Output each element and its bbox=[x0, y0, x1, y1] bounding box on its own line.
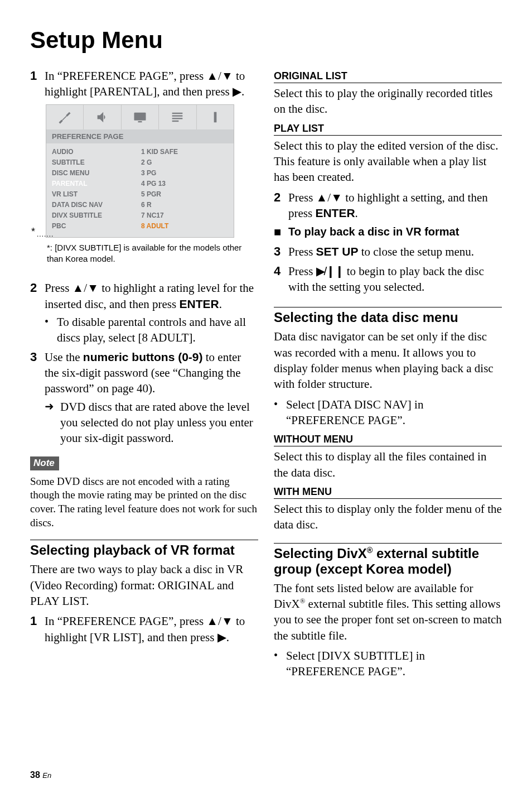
registered-icon: ® bbox=[300, 597, 306, 605]
right-column: ORIGINAL LIST Select this to play the or… bbox=[274, 65, 502, 682]
section-divider bbox=[274, 307, 502, 307]
step-number: 1 bbox=[30, 68, 45, 84]
osd-section-title: PREFERENCE PAGE bbox=[46, 129, 234, 143]
step-number: 3 bbox=[274, 244, 288, 260]
osd-row: AUDIO1 KID SAFE bbox=[46, 147, 234, 157]
step-text: Use the numeric buttons (0-9) to enter t… bbox=[45, 349, 258, 397]
play-pause-icon: ▶/❙❙ bbox=[316, 265, 344, 277]
paragraph: The font sets listed below are available… bbox=[274, 580, 502, 643]
wrench-icon bbox=[46, 105, 84, 129]
svg-rect-6 bbox=[214, 112, 216, 122]
bullet-item: • To disable parental controls and have … bbox=[45, 314, 258, 346]
step-text: Press ▶/❙❙ to begin to play back the dis… bbox=[288, 263, 502, 295]
osd-screenshot: * ....... PREFERENCE PAGE AUDIO1 KID SAF… bbox=[46, 104, 258, 238]
vr-step-1: 1 In “PREFERENCE PAGE”, press ▲/▼ to hig… bbox=[30, 613, 258, 645]
osd-row: SUBTITLE2 G bbox=[46, 157, 234, 168]
paragraph: Select this to display all the files con… bbox=[274, 449, 502, 480]
star-leader-dots: ....... bbox=[37, 230, 54, 238]
osd-row: VR LIST5 PGR bbox=[46, 189, 234, 200]
right-step-2: 2 Press ▲/▼ to highlight a setting, and … bbox=[274, 190, 502, 222]
square-bullet-text: To play back a disc in VR format bbox=[288, 224, 502, 239]
speaker-icon bbox=[84, 105, 121, 129]
osd-row: DIVX SUBTITLE7 NC17 bbox=[46, 210, 234, 221]
svg-rect-5 bbox=[172, 121, 179, 122]
display-icon bbox=[122, 105, 159, 129]
svg-rect-2 bbox=[172, 113, 183, 114]
star-icon: * bbox=[31, 226, 35, 238]
osd-row: DISC MENU3 PG bbox=[46, 168, 234, 179]
list-icon bbox=[159, 105, 196, 129]
svg-rect-4 bbox=[172, 118, 183, 119]
paragraph: Select this to play the edited version o… bbox=[274, 138, 502, 185]
step-number: 2 bbox=[30, 280, 45, 296]
paragraph: Select this to play the originally recor… bbox=[274, 85, 502, 117]
osd-body: AUDIO1 KID SAFE SUBTITLE2 G DISC MENU3 P… bbox=[46, 143, 234, 237]
section-divider bbox=[30, 540, 258, 540]
osd-tab-bar bbox=[46, 105, 234, 129]
osd-row-highlighted: PARENTAL4 PG 13 bbox=[46, 179, 234, 189]
svg-rect-3 bbox=[172, 115, 183, 116]
note-label: Note bbox=[30, 456, 59, 470]
left-column: 1 In “PREFERENCE PAGE”, press ▲/▼ to hig… bbox=[30, 65, 258, 682]
bullet-text: To disable parental controls and have al… bbox=[57, 314, 258, 346]
sub-heading-playlist: PLAY LIST bbox=[274, 123, 502, 136]
step-number: 1 bbox=[30, 613, 45, 629]
page-footer: 38 En bbox=[30, 770, 51, 780]
step-number: 2 bbox=[274, 190, 288, 206]
osd-footnote: *: [DIVX SUBTITLE] is available for the … bbox=[47, 242, 258, 265]
paragraph: There are two ways to play back a disc i… bbox=[30, 561, 258, 609]
step-text: Press ▲/▼ to highlight a rating level fo… bbox=[45, 280, 258, 312]
bar-icon bbox=[197, 105, 234, 129]
step-text: Press ▲/▼ to highlight a setting, and th… bbox=[288, 190, 502, 222]
result-item: ➜ DVD discs that are rated above the lev… bbox=[45, 399, 258, 446]
note-body: Some DVD discs are not encoded with a ra… bbox=[30, 475, 258, 530]
sub-heading-without-menu: WITHOUT MENU bbox=[274, 434, 502, 446]
bullet-text: Select [DATA DISC NAV] in “PREFERENCE PA… bbox=[286, 397, 502, 429]
bullet-icon: • bbox=[274, 648, 286, 663]
sub-heading-original: ORIGINAL LIST bbox=[274, 70, 502, 83]
left-step-1: 1 In “PREFERENCE PAGE”, press ▲/▼ to hig… bbox=[30, 68, 258, 100]
section-divider bbox=[274, 543, 502, 544]
arrow-right-icon: ➜ bbox=[45, 399, 60, 414]
left-step-3: 3 Use the numeric buttons (0-9) to enter… bbox=[30, 349, 258, 397]
paragraph: Select this to display only the folder m… bbox=[274, 501, 502, 533]
bullet-icon: • bbox=[274, 397, 286, 412]
step-text: In “PREFERENCE PAGE”, press ▲/▼ to highl… bbox=[45, 613, 258, 645]
page-number: 38 bbox=[30, 770, 40, 780]
bullet-item: • Select [DIVX SUBTITLE] in “PREFERENCE … bbox=[274, 648, 502, 680]
result-text: DVD discs that are rated above the level… bbox=[60, 399, 258, 446]
left-step-2: 2 Press ▲/▼ to highlight a rating level … bbox=[30, 280, 258, 312]
bullet-item: • Select [DATA DISC NAV] in “PREFERENCE … bbox=[274, 397, 502, 429]
bullet-icon: • bbox=[45, 314, 57, 329]
step-number: 4 bbox=[274, 263, 288, 280]
paragraph: Data disc navigator can be set only if t… bbox=[274, 329, 502, 392]
section-heading-data-disc: Selecting the data disc menu bbox=[274, 310, 502, 325]
section-heading-vr: Selecting playback of VR format bbox=[30, 542, 258, 558]
osd-row: DATA DISC NAV6 R bbox=[46, 200, 234, 210]
right-step-4: 4 Press ▶/❙❙ to begin to play back the d… bbox=[274, 263, 502, 295]
svg-rect-1 bbox=[138, 121, 142, 122]
square-bullet-line: ■ To play back a disc in VR format bbox=[274, 224, 502, 241]
svg-rect-0 bbox=[134, 113, 146, 121]
step-text: In “PREFERENCE PAGE”, press ▲/▼ to highl… bbox=[45, 68, 258, 100]
osd-row: PBC8 ADULT bbox=[46, 221, 234, 232]
right-step-3: 3 Press SET UP to close the setup menu. bbox=[274, 244, 502, 260]
section-heading-divx: Selecting DivX® external subtitle group … bbox=[274, 546, 502, 577]
step-number: 3 bbox=[30, 349, 45, 366]
step-text: Press SET UP to close the setup menu. bbox=[288, 244, 502, 259]
page-lang: En bbox=[42, 771, 51, 780]
registered-icon: ® bbox=[367, 546, 373, 555]
black-square-icon: ■ bbox=[274, 224, 288, 241]
bullet-text: Select [DIVX SUBTITLE] in “PREFERENCE PA… bbox=[286, 648, 502, 680]
sub-heading-with-menu: WITH MENU bbox=[274, 486, 502, 499]
page-title: Setup Menu bbox=[30, 27, 502, 54]
